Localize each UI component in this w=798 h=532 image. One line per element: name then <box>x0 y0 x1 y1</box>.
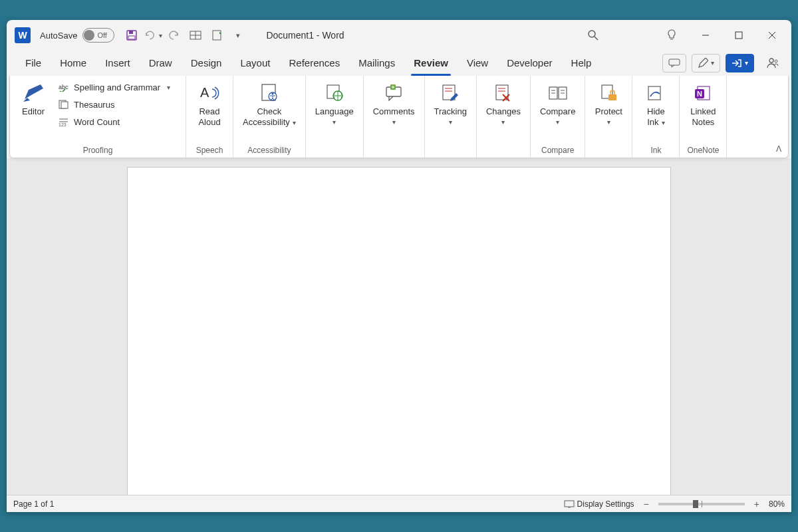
maximize-button[interactable] <box>724 23 754 47</box>
group-tracking: Tracking ▾ <box>425 76 477 158</box>
group-comments: Comments ▾ <box>364 76 425 158</box>
group-changes: Changes ▾ <box>477 76 531 158</box>
autosave-label: AutoSave <box>40 31 77 41</box>
group-proofing: Editor abc Spelling and Grammar ▾ Thesau… <box>10 76 186 158</box>
document-page[interactable] <box>128 168 670 495</box>
word-count-icon: 123 <box>58 117 70 126</box>
tracking-icon <box>440 81 460 105</box>
tab-design[interactable]: Design <box>182 51 231 76</box>
account-icon[interactable] <box>763 54 782 72</box>
hide-ink-button[interactable]: Hide Ink▾ <box>638 78 674 130</box>
tracking-button[interactable]: Tracking ▾ <box>430 78 471 128</box>
search-button[interactable] <box>580 25 606 46</box>
compare-button[interactable]: Compare ▾ <box>536 78 579 128</box>
page-indicator[interactable]: Page 1 of 1 <box>13 499 54 509</box>
editor-button[interactable]: Editor <box>15 78 51 120</box>
autosave-state: Off <box>97 31 106 39</box>
svg-rect-1 <box>129 31 133 34</box>
protect-icon <box>599 81 618 105</box>
svg-rect-19 <box>61 102 68 108</box>
lightbulb-icon[interactable] <box>662 26 681 45</box>
quick-print-icon[interactable] <box>207 26 226 45</box>
tab-references[interactable]: References <box>279 51 349 76</box>
autosave-toggle[interactable]: Off <box>82 28 114 43</box>
word-window: W AutoSave Off ▾ ▾ Document1 - Word <box>7 20 791 512</box>
undo-button[interactable]: ▾ <box>144 26 162 45</box>
toggle-knob <box>84 30 94 41</box>
editing-mode-button[interactable]: ▾ <box>692 54 720 72</box>
save-button[interactable] <box>122 26 141 45</box>
changes-button[interactable]: Changes ▾ <box>482 78 525 128</box>
title-bar: W AutoSave Off ▾ ▾ Document1 - Word <box>7 20 791 51</box>
zoom-thumb[interactable] <box>693 500 698 508</box>
svg-point-15 <box>769 59 773 63</box>
compare-icon <box>548 81 568 105</box>
thesaurus-icon <box>58 100 70 109</box>
read-aloud-button[interactable]: A Read Aloud <box>192 78 227 130</box>
ribbon-body: Editor abc Spelling and Grammar ▾ Thesau… <box>9 76 789 158</box>
minimize-button[interactable] <box>690 23 721 47</box>
tab-review[interactable]: Review <box>404 51 458 76</box>
svg-text:123: 123 <box>59 122 66 126</box>
accessibility-icon <box>259 81 279 105</box>
protect-button[interactable]: Protect ▾ <box>591 78 626 128</box>
tab-help[interactable]: Help <box>562 51 601 76</box>
close-button[interactable] <box>757 23 787 47</box>
document-title: Document1 - Word <box>266 30 344 41</box>
svg-rect-48 <box>608 94 616 100</box>
group-accessibility: Check Accessibility▾ Accessibility <box>233 76 306 158</box>
group-ink: Hide Ink▾ Ink <box>632 76 680 158</box>
word-count-button[interactable]: 123 Word Count <box>54 113 180 130</box>
changes-icon <box>493 81 513 105</box>
group-speech: A Read Aloud Speech <box>186 76 233 158</box>
display-settings-button[interactable]: Display Settings <box>564 499 634 509</box>
svg-line-8 <box>595 37 598 40</box>
editor-icon <box>22 81 45 105</box>
share-button[interactable]: ▾ <box>726 54 754 72</box>
svg-rect-11 <box>735 32 742 39</box>
onenote-icon: N <box>694 81 712 105</box>
tab-draw[interactable]: Draw <box>140 51 182 76</box>
language-button[interactable]: Language ▾ <box>311 78 358 128</box>
zoom-slider[interactable] <box>658 503 745 505</box>
display-icon <box>564 500 575 508</box>
qat-customize[interactable]: ▾ <box>229 26 247 45</box>
comment-icon <box>384 81 404 105</box>
group-language: Language ▾ <box>306 76 364 158</box>
group-onenote: N Linked Notes OneNote <box>680 76 727 158</box>
tab-mailings[interactable]: Mailings <box>349 51 404 76</box>
tab-developer[interactable]: Developer <box>497 51 561 76</box>
linked-notes-button[interactable]: N Linked Notes <box>685 78 721 130</box>
redo-button[interactable] <box>165 26 184 45</box>
svg-text:N: N <box>697 90 702 98</box>
zoom-level[interactable]: 80% <box>769 499 785 509</box>
ribbon-tabs: File Home Insert Draw Design Layout Refe… <box>7 51 791 76</box>
collapse-ribbon-button[interactable]: ᐱ <box>776 144 781 154</box>
language-icon <box>325 81 344 105</box>
table-qat-icon[interactable] <box>186 26 205 45</box>
svg-point-7 <box>589 31 595 37</box>
document-area[interactable] <box>7 158 791 495</box>
tab-layout[interactable]: Layout <box>231 51 279 76</box>
comments-pane-button[interactable] <box>662 54 686 72</box>
tab-home[interactable]: Home <box>51 51 96 76</box>
group-compare: Compare ▾ Compare <box>531 76 585 158</box>
tab-file[interactable]: File <box>16 51 51 76</box>
svg-rect-53 <box>565 501 574 507</box>
comments-button[interactable]: Comments ▾ <box>369 78 419 128</box>
tab-view[interactable]: View <box>458 51 497 76</box>
word-app-icon: W <box>15 27 31 43</box>
status-bar: Page 1 of 1 Display Settings − + 80% <box>7 495 791 512</box>
tab-insert[interactable]: Insert <box>96 51 140 76</box>
zoom-out-button[interactable]: − <box>641 499 652 509</box>
svg-rect-2 <box>128 36 135 39</box>
svg-text:abc: abc <box>59 84 68 90</box>
ink-icon <box>646 81 665 105</box>
spelling-grammar-button[interactable]: abc Spelling and Grammar ▾ <box>54 78 180 96</box>
zoom-in-button[interactable]: + <box>751 499 762 509</box>
svg-point-16 <box>775 60 777 63</box>
svg-point-26 <box>271 93 273 95</box>
spelling-icon: abc <box>58 82 70 92</box>
check-accessibility-button[interactable]: Check Accessibility▾ <box>239 78 300 130</box>
thesaurus-button[interactable]: Thesaurus <box>54 96 180 113</box>
